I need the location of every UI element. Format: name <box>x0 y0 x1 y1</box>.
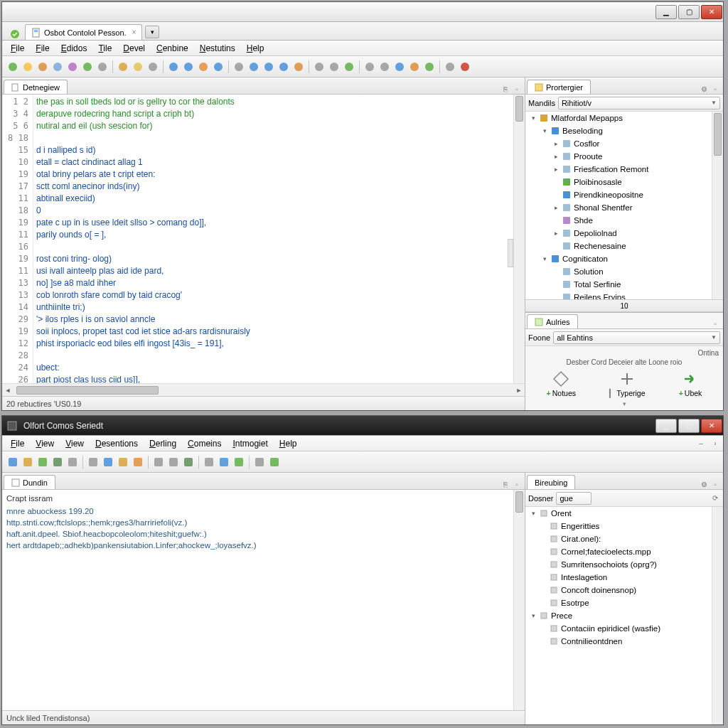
tree-node[interactable]: ▸Depoliolnad <box>525 227 723 240</box>
twisty-icon[interactable]: ▸ <box>552 230 560 237</box>
tree-node[interactable]: Inteslagetion <box>525 571 723 584</box>
menu-cenbine[interactable]: Cenbine <box>151 42 194 55</box>
side-tab[interactable]: Prortergier <box>527 80 591 94</box>
toolbar-icon-8[interactable] <box>132 456 144 469</box>
toolbar-icon-13[interactable] <box>218 456 230 469</box>
twisty-icon[interactable]: ▾ <box>541 255 548 262</box>
tree-node[interactable]: Engeritties <box>525 520 723 532</box>
toolbar-icon-25[interactable] <box>408 60 421 73</box>
tree-node[interactable]: ▸Friesfication Remont <box>525 163 723 176</box>
toolbar-icon-27[interactable] <box>444 60 456 73</box>
panel-max-icon[interactable]: ▫ <box>512 84 522 94</box>
scroll-thumb[interactable] <box>515 491 523 513</box>
editor-tab[interactable]: Detnegiew <box>4 80 68 94</box>
vertical-scrollbar[interactable] <box>513 490 525 710</box>
toolbar-icon-4[interactable] <box>66 456 79 469</box>
code-content[interactable]: the pas in soll tbeds lod or is gellry t… <box>33 95 513 383</box>
toolbar-icon-3[interactable] <box>51 60 64 73</box>
toolbar-icon-23[interactable] <box>378 60 391 73</box>
tree-node[interactable]: ▸Prooute <box>525 150 723 163</box>
more-icon[interactable]: ▾ <box>530 400 719 407</box>
refresh-icon[interactable]: ⟳ <box>710 493 720 503</box>
toolbar-icon-0[interactable] <box>6 456 19 469</box>
horizontal-scrollbar[interactable]: ◄ ► <box>2 383 525 396</box>
toolbar-icon-19[interactable] <box>313 60 326 73</box>
panel-gear-icon[interactable]: ⚙ <box>699 479 709 489</box>
toolbar-icon-3[interactable] <box>51 456 64 469</box>
chevron-right-icon[interactable]: › <box>710 439 720 449</box>
toolbar-icon-4[interactable] <box>66 60 79 73</box>
document-tab[interactable]: Osbot Contolol Pesson. × <box>25 24 142 40</box>
panel-max-icon[interactable]: ▫ <box>512 479 522 489</box>
menu-comeins[interactable]: Comeins <box>182 437 227 450</box>
toolbar-icon-22[interactable] <box>363 60 376 73</box>
tree-node[interactable]: ▾Cogniticaton <box>525 252 723 265</box>
twisty-icon[interactable]: ▸ <box>552 140 560 147</box>
scroll-thumb[interactable] <box>714 113 722 156</box>
toolbar-icon-20[interactable] <box>328 60 341 73</box>
scroll-thumb[interactable] <box>515 96 523 122</box>
toolbar-icon-1[interactable] <box>21 456 34 469</box>
panel-max-icon[interactable]: ▫ <box>710 479 720 489</box>
tree-node[interactable]: Concoft doinensnop) <box>525 584 723 596</box>
tree-node[interactable]: Reilens Fryins <box>525 291 723 299</box>
toolbar-icon-15[interactable] <box>253 456 266 469</box>
toolbar-icon-7[interactable] <box>117 456 129 469</box>
toolbar-icon-1[interactable] <box>21 60 34 73</box>
vertical-scrollbar[interactable] <box>513 95 525 383</box>
toolbar-icon-2[interactable] <box>36 456 49 469</box>
tab-close-icon[interactable]: × <box>132 28 136 36</box>
scroll-right-icon[interactable]: ► <box>513 385 525 396</box>
twisty-icon[interactable]: ▾ <box>530 114 537 122</box>
toolbar-icon-28[interactable] <box>459 60 471 73</box>
twisty-icon[interactable]: ▸ <box>552 166 560 173</box>
toolbar-icon-10[interactable] <box>167 456 180 469</box>
minimize-button[interactable]: ▁ <box>655 5 677 19</box>
close-button[interactable]: ✕ <box>701 419 722 433</box>
tree-node[interactable]: Total Serfinie <box>525 278 723 291</box>
menu-view[interactable]: View <box>60 437 90 450</box>
menu-derling[interactable]: Derling <box>144 437 182 450</box>
panel-menu-icon[interactable]: ⎘ <box>500 479 510 489</box>
panel-max-icon[interactable]: ▫ <box>710 84 720 94</box>
console-tab[interactable]: Dundin <box>4 475 55 489</box>
menu-tile[interactable]: Tile <box>92 42 117 55</box>
vertical-scrollbar[interactable] <box>712 112 723 299</box>
tree-node[interactable]: ▾Prece <box>525 609 723 622</box>
toolbar-icon-14[interactable] <box>232 456 245 469</box>
toolbar-icon-21[interactable] <box>343 60 355 73</box>
menu-devel[interactable]: Devel <box>117 42 151 55</box>
panel-menu-icon[interactable]: ⎘ <box>500 84 510 94</box>
toolbar-icon-6[interactable] <box>102 456 114 469</box>
tree-node[interactable]: Cirat.onel): <box>525 532 723 545</box>
close-button[interactable]: ✕ <box>701 5 722 19</box>
toolbar-icon-16[interactable] <box>268 456 281 469</box>
menu-intmogiet[interactable]: Intmogiet <box>227 437 273 450</box>
toolbar-icon-8[interactable] <box>132 60 144 73</box>
split-handle[interactable] <box>508 239 513 267</box>
toolbar-icon-2[interactable] <box>36 60 49 73</box>
maximize-button[interactable]: ▢ <box>678 5 700 19</box>
tree-node[interactable]: ▾Orent <box>525 507 723 520</box>
twisty-icon[interactable]: ▾ <box>541 127 548 134</box>
action-notues[interactable]: +Notues <box>547 370 576 397</box>
toolbar-icon-18[interactable] <box>292 60 305 73</box>
scroll-thumb[interactable] <box>16 386 159 395</box>
tree-node[interactable]: Shde <box>525 214 723 227</box>
tree-node[interactable]: Solution <box>525 265 723 278</box>
toolbar-icon-12[interactable] <box>197 60 210 73</box>
tree-node[interactable]: Ploibinosasle <box>525 176 723 188</box>
twisty-icon[interactable]: ▾ <box>530 612 537 619</box>
tree-node[interactable]: ▸Shonal Shentfer <box>525 201 723 214</box>
twisty-icon[interactable]: ▾ <box>530 510 537 517</box>
panel-max-icon[interactable]: ▫ <box>710 318 720 328</box>
maximize-button[interactable]: ▢ <box>678 419 700 433</box>
tree-node[interactable]: Rechenesaine <box>525 240 723 252</box>
new-tab-button[interactable]: ▾ <box>145 26 159 38</box>
tree-node[interactable]: Cornel;fatecioelects.mpp <box>525 545 723 558</box>
panel-gear-icon[interactable]: ⚙ <box>699 84 709 94</box>
toolbar-icon-11[interactable] <box>182 60 195 73</box>
scroll-left-icon[interactable]: ◄ <box>2 385 14 396</box>
toolbar-icon-5[interactable] <box>87 456 100 469</box>
toolbar-icon-12[interactable] <box>203 456 215 469</box>
